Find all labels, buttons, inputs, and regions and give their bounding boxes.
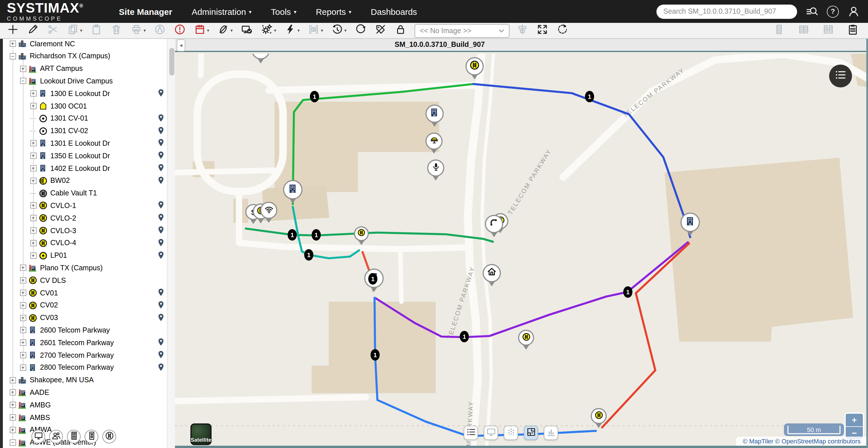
expand-toggle[interactable]: + <box>30 202 36 209</box>
tree-item-aswe-data-center[interactable]: −ASWE (Data Center) <box>0 436 167 448</box>
map-pin-icon[interactable] <box>157 338 165 349</box>
people-filter-button[interactable] <box>49 430 63 443</box>
tree-item-cv01[interactable]: +CV01 <box>0 287 167 299</box>
menu-administration[interactable]: Administration▾ <box>191 7 251 16</box>
map-canvas[interactable]: TELECOM PARKWAYTELECOM PARKWAYTELECOM PA… <box>175 54 866 448</box>
map-pin-icon[interactable] <box>157 226 165 236</box>
expand-toggle[interactable]: + <box>20 277 26 283</box>
tree-item-1300-oc01[interactable]: +1300 OC01 <box>0 100 167 113</box>
collapse-toggle[interactable]: − <box>9 53 16 59</box>
search-icon[interactable] <box>806 5 818 18</box>
lock-button[interactable] <box>395 24 407 38</box>
map-pin-icon[interactable] <box>157 213 165 224</box>
collapse-sidebar-button[interactable]: ◄ <box>177 39 185 52</box>
expand-toggle[interactable]: + <box>30 227 36 234</box>
cable-route[interactable] <box>246 229 493 242</box>
tree-item-1300-e-lookout-dr[interactable]: +1300 E Lookout Dr <box>0 88 167 100</box>
tree-item-lookout-drive-campus[interactable]: −Lookout Drive Campus <box>0 75 167 88</box>
map-pin-icon[interactable] <box>157 350 165 361</box>
marker-home[interactable] <box>483 264 501 290</box>
cable-route[interactable] <box>376 242 688 337</box>
displays-view-button[interactable] <box>484 426 498 440</box>
expand-toggle[interactable]: + <box>30 252 36 259</box>
zoom-in-button[interactable]: + <box>846 414 863 426</box>
cable-count-badge[interactable]: 1 <box>460 331 469 342</box>
table-single-button[interactable] <box>773 24 785 38</box>
expand-toggle[interactable]: + <box>30 103 36 109</box>
expand-toggle[interactable]: + <box>30 178 36 184</box>
expand-toggle[interactable]: + <box>20 315 26 321</box>
map-pin-icon[interactable] <box>157 238 165 249</box>
marker-building[interactable] <box>426 104 444 130</box>
marker-wifi[interactable] <box>260 202 277 226</box>
copy-button[interactable]: ▾ <box>67 24 82 38</box>
tree-item-2600-telcom-parkway[interactable]: +2600 Telcom Parkway <box>0 324 167 337</box>
displays-filter-button[interactable] <box>31 430 45 443</box>
expand-toggle[interactable]: + <box>9 414 16 421</box>
menu-reports[interactable]: Reports▾ <box>316 7 351 16</box>
cable-count-badge[interactable]: 1 <box>585 91 594 102</box>
tree-item-cvlo-3[interactable]: +CVLO-3 <box>0 225 167 237</box>
alerts-button[interactable] <box>174 24 186 38</box>
collapse-toggle[interactable]: − <box>9 439 16 445</box>
cable-count-badge[interactable]: 1 <box>312 229 321 241</box>
map-pin-icon[interactable] <box>157 313 165 324</box>
marker-phone[interactable] <box>485 215 503 241</box>
cut-button[interactable] <box>47 24 59 38</box>
label-off-button[interactable] <box>375 24 386 38</box>
marker-manhole[interactable] <box>465 57 484 83</box>
settings-button[interactable]: ▾ <box>261 24 276 38</box>
image-select[interactable]: << No Image >> <box>414 24 509 37</box>
add-button[interactable] <box>7 24 19 38</box>
menu-dashboards[interactable]: Dashboards <box>371 7 417 16</box>
legend-button[interactable] <box>464 426 478 440</box>
fullscreen-button[interactable] <box>536 24 548 38</box>
tree-item-cv03[interactable]: +CV03 <box>0 312 167 324</box>
delete-button[interactable] <box>111 24 122 38</box>
expand-toggle[interactable]: + <box>20 352 26 358</box>
tree-item-lp01[interactable]: +LP01 <box>0 249 167 262</box>
map-layers-button[interactable] <box>829 65 852 88</box>
manholes-filter-button[interactable] <box>102 430 116 443</box>
marker-manhole[interactable] <box>252 54 270 67</box>
marker-dome[interactable] <box>426 133 442 157</box>
history-button[interactable]: ▾ <box>331 24 346 38</box>
expand-toggle[interactable]: + <box>9 40 16 47</box>
floorplan-view-button[interactable] <box>524 426 538 440</box>
tree-item-1301-e-lookout-dr[interactable]: +1301 E Lookout Dr <box>0 137 167 150</box>
marker-building[interactable] <box>283 180 303 207</box>
cluster-view-button[interactable] <box>504 426 518 440</box>
menu-site-manager[interactable]: Site Manager <box>119 7 173 16</box>
cable-count-badge[interactable]: 1 <box>310 91 319 102</box>
marker-manhole[interactable] <box>591 408 607 431</box>
map-pin-icon[interactable] <box>157 363 165 374</box>
map-pin-icon[interactable] <box>157 300 165 312</box>
tree-item-plano-tx-campus[interactable]: +Plano TX (Campus) <box>0 262 167 275</box>
tree-item-cv-dls[interactable]: +CV DLS <box>0 274 167 287</box>
display-check-button[interactable] <box>241 24 253 38</box>
tree-scrollbar-thumb[interactable] <box>169 48 174 75</box>
cable-count-badge[interactable]: 1 <box>368 273 377 285</box>
charts-view-button[interactable] <box>544 426 558 440</box>
paste-button[interactable] <box>90 24 102 38</box>
menu-tools[interactable]: Tools▾ <box>271 7 297 16</box>
cable-route[interactable] <box>293 84 473 204</box>
tree-item-amwa[interactable]: +AMWA <box>0 424 167 437</box>
expand-toggle[interactable]: + <box>30 165 36 171</box>
tree-scrollbar[interactable] <box>167 38 175 448</box>
expand-toggle[interactable]: + <box>20 302 26 309</box>
splice-button[interactable]: ▾ <box>217 24 233 38</box>
expand-toggle[interactable]: + <box>30 90 36 97</box>
tree-item-cv02[interactable]: +CV02 <box>0 299 167 312</box>
edit-button[interactable] <box>27 24 39 38</box>
power-button[interactable]: ▾ <box>284 24 300 38</box>
tree-item-2700-telecom-parkway[interactable]: +2700 Telecom Parkway <box>0 349 167 362</box>
tree-item-1301-cv-02[interactable]: 1301 CV-02 <box>0 125 167 137</box>
marker-building[interactable] <box>680 213 700 239</box>
map-pin-icon[interactable] <box>157 138 165 150</box>
satellite-layer-toggle[interactable]: Satellite <box>190 423 212 445</box>
map-pin-icon[interactable] <box>157 151 165 162</box>
marker-manhole[interactable] <box>518 330 534 353</box>
refresh-button[interactable] <box>354 24 367 38</box>
cable-count-badge[interactable]: 1 <box>288 229 297 241</box>
